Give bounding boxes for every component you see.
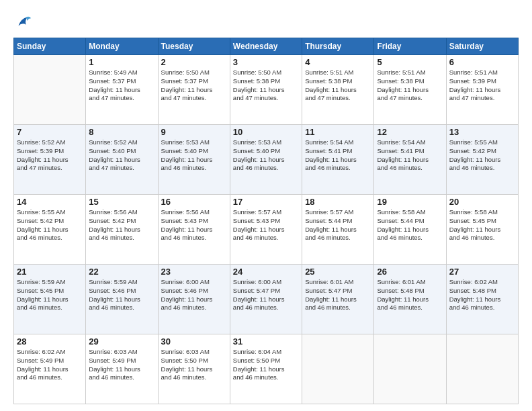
cell-info-line: Daylight: 11 hours	[305, 86, 371, 95]
cell-info-line: Sunrise: 6:02 AM	[449, 278, 515, 287]
cell-info-line: and 47 minutes.	[89, 164, 154, 173]
cell-info-line: Sunrise: 5:55 AM	[17, 208, 83, 217]
cell-info-line: and 47 minutes.	[449, 94, 515, 103]
calendar-cell: 20Sunrise: 5:58 AMSunset: 5:45 PMDayligh…	[446, 195, 518, 265]
cell-info-line: Sunrise: 6:03 AM	[161, 348, 227, 357]
cell-info-line: and 46 minutes.	[233, 304, 299, 312]
cell-info-line: and 47 minutes.	[89, 94, 154, 103]
calendar-cell	[302, 334, 374, 404]
cell-info-line: and 47 minutes.	[17, 164, 83, 173]
cell-info-line: Sunset: 5:48 PM	[449, 287, 515, 295]
day-number: 25	[305, 267, 371, 277]
cell-info-line: and 46 minutes.	[305, 304, 371, 312]
cell-info-line: Sunrise: 5:54 AM	[305, 138, 371, 147]
calendar-header-saturday: Saturday	[446, 38, 518, 55]
day-number: 9	[161, 127, 227, 137]
day-number: 20	[449, 197, 515, 207]
cell-info-line: Daylight: 11 hours	[89, 226, 154, 234]
cell-info-line: Sunset: 5:37 PM	[161, 77, 227, 86]
page: SundayMondayTuesdayWednesdayThursdayFrid…	[0, 0, 532, 411]
cell-info-line: Sunset: 5:50 PM	[233, 357, 299, 365]
cell-info-line: Sunset: 5:47 PM	[233, 287, 299, 295]
cell-info-line: Daylight: 11 hours	[161, 226, 227, 234]
day-number: 7	[17, 127, 83, 137]
cell-info-line: and 46 minutes.	[233, 234, 299, 242]
cell-info-line: Daylight: 11 hours	[89, 86, 154, 95]
cell-info-line: and 46 minutes.	[161, 373, 227, 382]
cell-info-line: and 47 minutes.	[377, 94, 443, 103]
calendar-cell: 27Sunrise: 6:02 AMSunset: 5:48 PMDayligh…	[446, 265, 518, 334]
calendar-table: SundayMondayTuesdayWednesdayThursdayFrid…	[13, 38, 519, 404]
calendar-cell: 8Sunrise: 5:52 AMSunset: 5:40 PMDaylight…	[86, 125, 158, 195]
logo-bird-icon	[13, 12, 32, 31]
calendar-cell: 28Sunrise: 6:02 AMSunset: 5:49 PMDayligh…	[14, 334, 86, 404]
cell-info-line: Sunset: 5:41 PM	[305, 147, 371, 156]
header	[13, 12, 519, 31]
cell-info-line: Sunrise: 5:50 AM	[233, 68, 299, 77]
cell-info-line: Daylight: 11 hours	[305, 226, 371, 234]
cell-info-line: Sunrise: 5:53 AM	[161, 138, 227, 147]
cell-info-line: Sunrise: 6:01 AM	[305, 278, 371, 287]
cell-info-line: Sunset: 5:39 PM	[17, 147, 83, 156]
cell-info-line: Sunrise: 6:00 AM	[161, 278, 227, 287]
day-number: 12	[377, 127, 443, 137]
cell-info-line: Sunrise: 5:55 AM	[449, 138, 515, 147]
cell-info-line: Daylight: 11 hours	[449, 86, 515, 95]
cell-info-line: Sunrise: 6:03 AM	[89, 348, 154, 357]
day-number: 21	[17, 267, 83, 277]
calendar-cell: 15Sunrise: 5:56 AMSunset: 5:42 PMDayligh…	[86, 195, 158, 265]
cell-info-line: Sunrise: 5:50 AM	[161, 68, 227, 77]
cell-info-line: Daylight: 11 hours	[233, 86, 299, 95]
cell-info-line: and 46 minutes.	[17, 234, 83, 242]
cell-info-line: Sunset: 5:38 PM	[305, 77, 371, 86]
cell-info-line: Daylight: 11 hours	[233, 365, 299, 374]
cell-info-line: Daylight: 11 hours	[233, 226, 299, 234]
cell-info-line: Daylight: 11 hours	[89, 156, 154, 165]
cell-info-line: Sunset: 5:44 PM	[377, 217, 443, 226]
logo	[13, 12, 35, 31]
cell-info-line: Daylight: 11 hours	[377, 226, 443, 234]
cell-info-line: and 46 minutes.	[449, 304, 515, 312]
day-number: 27	[449, 267, 515, 277]
calendar-header-tuesday: Tuesday	[158, 38, 230, 55]
calendar-header-thursday: Thursday	[302, 38, 374, 55]
calendar-cell: 21Sunrise: 5:59 AMSunset: 5:45 PMDayligh…	[14, 265, 86, 334]
cell-info-line: and 46 minutes.	[161, 164, 227, 173]
cell-info-line: and 46 minutes.	[377, 304, 443, 312]
cell-info-line: Sunset: 5:44 PM	[305, 217, 371, 226]
day-number: 23	[161, 267, 227, 277]
cell-info-line: Sunrise: 5:56 AM	[161, 208, 227, 217]
cell-info-line: Sunrise: 5:56 AM	[89, 208, 154, 217]
cell-info-line: and 46 minutes.	[89, 373, 154, 382]
calendar-cell: 12Sunrise: 5:54 AMSunset: 5:41 PMDayligh…	[374, 125, 446, 195]
cell-info-line: Sunset: 5:49 PM	[89, 357, 154, 365]
cell-info-line: Sunrise: 5:59 AM	[17, 278, 83, 287]
cell-info-line: and 46 minutes.	[449, 164, 515, 173]
calendar-cell: 19Sunrise: 5:58 AMSunset: 5:44 PMDayligh…	[374, 195, 446, 265]
cell-info-line: Sunrise: 5:54 AM	[377, 138, 443, 147]
calendar-cell: 22Sunrise: 5:59 AMSunset: 5:46 PMDayligh…	[86, 265, 158, 334]
cell-info-line: Sunset: 5:49 PM	[17, 357, 83, 365]
cell-info-line: Daylight: 11 hours	[233, 156, 299, 165]
cell-info-line: Sunrise: 5:49 AM	[89, 68, 154, 77]
day-number: 26	[377, 267, 443, 277]
cell-info-line: Daylight: 11 hours	[161, 86, 227, 95]
day-number: 30	[161, 336, 227, 347]
cell-info-line: Daylight: 11 hours	[89, 365, 154, 374]
day-number: 24	[233, 267, 299, 277]
cell-info-line: Sunrise: 6:04 AM	[233, 348, 299, 357]
cell-info-line: Sunset: 5:38 PM	[377, 77, 443, 86]
calendar-cell	[374, 334, 446, 404]
cell-info-line: Sunset: 5:42 PM	[449, 147, 515, 156]
cell-info-line: Sunset: 5:45 PM	[17, 287, 83, 295]
day-number: 6	[449, 57, 515, 67]
day-number: 1	[89, 57, 154, 67]
calendar-cell: 26Sunrise: 6:01 AMSunset: 5:48 PMDayligh…	[374, 265, 446, 334]
cell-info-line: Sunset: 5:41 PM	[377, 147, 443, 156]
cell-info-line: Daylight: 11 hours	[161, 156, 227, 165]
calendar-week-row: 14Sunrise: 5:55 AMSunset: 5:42 PMDayligh…	[14, 195, 519, 265]
cell-info-line: Daylight: 11 hours	[377, 86, 443, 95]
cell-info-line: and 46 minutes.	[449, 234, 515, 242]
cell-info-line: Daylight: 11 hours	[449, 226, 515, 234]
cell-info-line: Sunset: 5:42 PM	[17, 217, 83, 226]
